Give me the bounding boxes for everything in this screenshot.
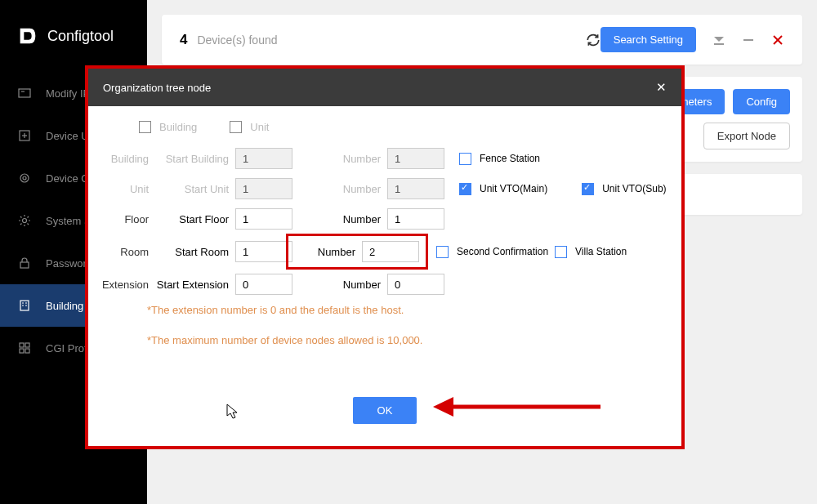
modify-ip-icon — [18, 87, 31, 100]
svg-rect-18 — [714, 43, 724, 45]
svg-rect-19 — [743, 39, 753, 41]
building-icon — [18, 299, 31, 312]
row-num-label: Number — [292, 279, 381, 291]
unit-vto-sub-checkbox[interactable] — [582, 183, 594, 195]
row-cat: Unit — [98, 183, 149, 195]
second-conf-label: Second Confirmation — [457, 246, 548, 257]
building-row: Building Start Building Number Fence Sta… — [98, 148, 672, 169]
unit-row: Unit Start Unit Number Unit VTO(Main) Un… — [98, 178, 672, 199]
svg-point-7 — [23, 219, 27, 223]
svg-rect-14 — [20, 343, 24, 347]
building-label: Building — [159, 121, 197, 133]
fence-station-checkbox[interactable] — [459, 153, 471, 165]
row-start-label: Start Unit — [155, 183, 229, 195]
svg-rect-16 — [20, 349, 24, 353]
unit-label: Unit — [250, 121, 269, 133]
close-icon[interactable] — [771, 33, 784, 47]
start-room-input[interactable] — [235, 241, 292, 262]
start-unit-input — [235, 178, 292, 199]
start-building-input — [235, 148, 292, 169]
refresh-icon[interactable] — [586, 33, 600, 47]
settings-icon — [18, 214, 31, 227]
villa-label: Villa Station — [575, 246, 627, 257]
building-number-input — [387, 148, 444, 169]
building-checkbox[interactable] — [139, 121, 151, 133]
row-cat: Building — [98, 153, 149, 165]
row-cat: Extension — [98, 279, 149, 291]
brand-text: Configtool — [47, 28, 114, 45]
row-start-label: Start Room — [155, 246, 229, 258]
upgrade-icon — [18, 129, 31, 142]
room-row: Room Start Room Number Second Confirmati… — [98, 239, 672, 265]
fence-label: Fence Station — [480, 153, 540, 164]
modal-close-icon[interactable]: ✕ — [656, 80, 667, 95]
vto-sub-label: Unit VTO(Sub) — [602, 183, 666, 194]
room-number-input[interactable] — [362, 241, 419, 262]
ok-button[interactable]: OK — [353, 397, 417, 424]
hint-extension: *The extension number is 0 and the defau… — [98, 304, 672, 316]
config-button[interactable]: Config — [733, 89, 790, 114]
svg-point-5 — [20, 174, 29, 182]
topbar: 4 Device(s) found Search Setting — [162, 15, 802, 65]
modal-title: Organization tree node — [103, 82, 211, 94]
device-count: 4 — [180, 32, 187, 48]
row-num-label: Number — [292, 153, 381, 165]
brand: Configtool — [0, 0, 147, 72]
row-start-label: Start Extension — [155, 279, 229, 291]
second-confirmation-checkbox[interactable] — [436, 246, 449, 258]
hint-max-nodes: *The maximum number of device nodes allo… — [98, 334, 672, 346]
row-num-label: Number — [292, 183, 381, 195]
sidebar-item-label: Modify IP — [46, 87, 90, 100]
unit-checkbox[interactable] — [230, 121, 242, 133]
svg-rect-15 — [25, 343, 29, 347]
floor-number-input[interactable] — [387, 208, 444, 230]
start-floor-input[interactable] — [235, 208, 292, 230]
svg-rect-17 — [25, 349, 29, 353]
export-node-button[interactable]: Export Node — [703, 123, 790, 149]
extension-row: Extension Start Extension Number — [98, 274, 672, 295]
row-cat: Floor — [98, 213, 149, 225]
start-extension-input[interactable] — [235, 274, 292, 295]
extension-number-input[interactable] — [387, 274, 444, 295]
dropdown-icon[interactable] — [712, 33, 725, 47]
row-start-label: Start Floor — [155, 213, 229, 225]
row-start-label: Start Building — [155, 153, 229, 165]
devices-found-text: Device(s) found — [197, 33, 487, 47]
row-num-label: Number — [292, 213, 381, 225]
floor-row: Floor Start Floor Number — [98, 208, 672, 230]
organization-tree-modal: Organization tree node ✕ Building Unit B… — [85, 65, 685, 449]
grid-icon — [18, 341, 31, 355]
row-cat: Room — [98, 246, 149, 258]
svg-point-6 — [23, 176, 26, 180]
unit-number-input — [387, 178, 444, 199]
unit-vto-main-checkbox[interactable] — [459, 183, 471, 195]
brand-logo-icon — [16, 25, 39, 47]
gear-icon — [18, 172, 31, 185]
svg-rect-8 — [20, 262, 29, 268]
minimize-icon[interactable] — [742, 33, 755, 47]
room-number-highlight: Number — [286, 234, 428, 270]
modal-header: Organization tree node ✕ — [88, 69, 681, 106]
vto-main-label: Unit VTO(Main) — [480, 183, 547, 194]
lock-icon — [18, 256, 31, 270]
svg-rect-0 — [19, 89, 30, 97]
villa-station-checkbox[interactable] — [555, 246, 567, 258]
search-setting-button[interactable]: Search Setting — [600, 27, 696, 52]
svg-rect-9 — [20, 301, 29, 310]
row-num-label: Number — [295, 246, 355, 258]
